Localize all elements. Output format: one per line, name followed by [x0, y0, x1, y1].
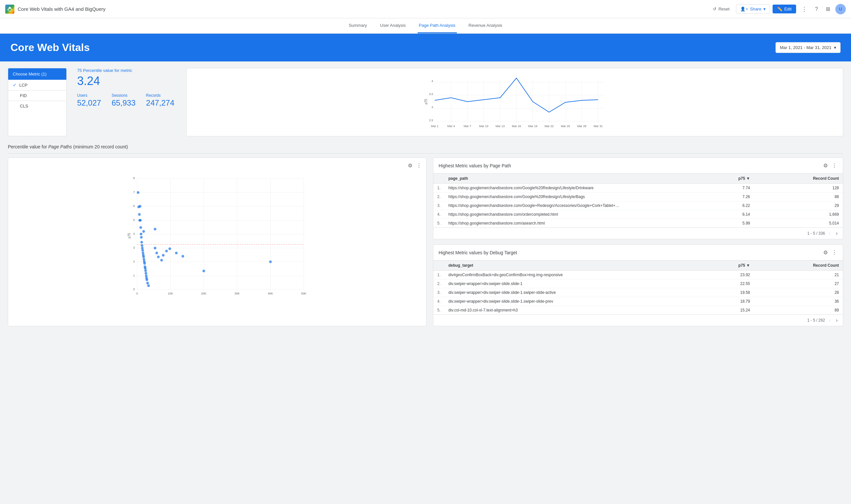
topbar-left: Core Web Vitals with GA4 and BigQuery — [5, 4, 106, 14]
table-row: 1. div#geoConfirmBoxBack>div.geoConfirmB… — [433, 271, 843, 280]
svg-text:8: 8 — [133, 177, 134, 180]
debug-target-cell: div#geoConfirmBoxBack>div.geoConfirmBox>… — [445, 271, 702, 280]
page-path-table: page_path p75 ▼ Record Count 1. https://… — [433, 174, 843, 228]
table-header-right: ⚙ ⋮ — [822, 162, 838, 169]
svg-text:Mar 10: Mar 10 — [479, 125, 488, 128]
svg-text:Mar 1: Mar 1 — [431, 125, 438, 128]
help-button[interactable]: ? — [812, 4, 820, 14]
edit-button[interactable]: ✏️ Edit — [773, 4, 796, 13]
debug-target-pagination: 1 - 5 / 292 — [807, 318, 825, 323]
svg-text:Mar 16: Mar 16 — [512, 125, 521, 128]
debug-target-table-card: Highest Metric values by Debug Target ⚙ … — [433, 245, 843, 326]
p75-cell: 23.92 — [702, 271, 754, 280]
svg-point-83 — [144, 267, 147, 270]
metric-option-lcp[interactable]: ✓ LCP — [8, 80, 66, 90]
filter-icon-button[interactable]: ⚙ — [822, 249, 829, 256]
metric-option-fid[interactable]: FID — [8, 91, 66, 101]
svg-text:Mar 28: Mar 28 — [577, 125, 586, 128]
line-chart: p75 4 3.5 3 2.5 — [191, 72, 839, 131]
svg-point-79 — [143, 258, 145, 261]
users-value: 52,027 — [77, 98, 101, 108]
svg-text:3: 3 — [133, 246, 134, 249]
svg-text:2.5: 2.5 — [429, 119, 433, 122]
svg-point-75 — [142, 249, 144, 252]
record-count-cell: 5,014 — [754, 219, 843, 228]
lower-section: ⚙ ⋮ p75 0 1 2 3 4 5 6 7 8 — [8, 158, 843, 326]
svg-point-96 — [165, 250, 168, 252]
page-path-table-footer: 1 - 5 / 336 ‹ › — [433, 228, 843, 239]
page-path-table-card: Highest Metric values by Page Path ⚙ ⋮ p… — [433, 158, 843, 239]
p75-cell: 7.74 — [702, 184, 754, 193]
reset-button[interactable]: ↺ Reset — [709, 4, 734, 13]
record-count-cell: 29 — [754, 201, 843, 210]
filter-icon-button[interactable]: ⚙ — [407, 162, 413, 169]
tab-page-path-analysis[interactable]: Page Path Analysis — [418, 18, 457, 33]
svg-point-95 — [162, 254, 165, 256]
p75-cell: 6.14 — [702, 210, 754, 219]
records-label: Records — [146, 93, 175, 98]
debug-target-table: debug_target p75 ▼ Record Count 1. div#g… — [433, 260, 843, 314]
col-page-path: page_path — [445, 174, 702, 184]
edit-icon: ✏️ — [777, 6, 782, 12]
p75-cell: 5.99 — [702, 219, 754, 228]
svg-point-99 — [182, 255, 184, 257]
tab-revenue-analysis[interactable]: Revenue Analysis — [467, 18, 504, 33]
debug-target-cell: div.swiper-wrapper>div.swiper-slide.slid… — [445, 280, 702, 288]
sessions-value: 65,933 — [111, 98, 135, 108]
table-row: 4. https://shop.googlemerchandisestore.c… — [433, 210, 843, 219]
next-page-button[interactable]: › — [835, 230, 839, 237]
next-page-button[interactable]: › — [835, 317, 839, 324]
tab-summary[interactable]: Summary — [347, 18, 368, 33]
prev-page-button[interactable]: ‹ — [828, 230, 832, 237]
svg-text:3.5: 3.5 — [429, 92, 433, 96]
col-record-count: Record Count — [754, 174, 843, 184]
record-count-cell: 1,669 — [754, 210, 843, 219]
topbar-right: ↺ Reset 👤+ Share ▾ ✏️ Edit ⋮ ? ⊞ U — [709, 4, 846, 15]
table-header-right: ⚙ ⋮ — [822, 249, 838, 256]
table-row: 3. div.swiper-wrapper>div.swiper-slide.s… — [433, 288, 843, 297]
share-button[interactable]: 👤+ Share ▾ — [736, 4, 769, 14]
svg-text:Mar 4: Mar 4 — [447, 125, 455, 128]
row-num: 5. — [433, 306, 445, 315]
choose-metric-header[interactable]: Choose Metric (1) — [8, 68, 66, 80]
record-count-cell: 36 — [754, 297, 843, 306]
page-path-table-title: Highest Metric values by Page Path — [438, 163, 511, 168]
col-num — [433, 174, 445, 184]
avatar[interactable]: U — [835, 4, 846, 14]
svg-text:p75: p75 — [127, 233, 131, 238]
debug-target-cell: div.col-md-10.col-xl-7.text-alignment>h3 — [445, 306, 702, 315]
tables-container: Highest Metric values by Page Path ⚙ ⋮ p… — [433, 158, 843, 326]
more-options-button[interactable]: ⋮ — [416, 162, 422, 169]
record-count-cell: 89 — [754, 306, 843, 315]
sessions-label: Sessions — [111, 93, 135, 98]
svg-point-100 — [203, 270, 205, 272]
apps-button[interactable]: ⊞ — [823, 4, 833, 14]
svg-point-88 — [146, 278, 148, 281]
svg-point-102 — [143, 230, 145, 233]
more-options-button[interactable]: ⋮ — [831, 249, 838, 256]
metric-option-cls[interactable]: CLS — [8, 101, 66, 111]
debug-target-cell: div.swiper-wrapper>div.swiper-slide.slid… — [445, 288, 702, 297]
svg-text:Mar 22: Mar 22 — [544, 125, 554, 128]
record-count-cell: 88 — [754, 193, 843, 201]
table-row: 4. div.swiper-wrapper>div.swiper-slide.s… — [433, 297, 843, 306]
row-num: 4. — [433, 210, 445, 219]
page-path-cell: https://shop.googlemerchandisestore.com/… — [445, 219, 702, 228]
percentile-value: 3.24 — [77, 74, 175, 88]
svg-point-63 — [137, 191, 140, 194]
debug-target-table-footer: 1 - 5 / 292 ‹ › — [433, 314, 843, 326]
more-options-button[interactable]: ⋮ — [799, 4, 810, 15]
scatter-chart: p75 0 1 2 3 4 5 6 7 8 — [12, 172, 422, 296]
more-options-button[interactable]: ⋮ — [831, 162, 838, 169]
stat-row: Users 52,027 Sessions 65,933 Records 247… — [77, 93, 175, 108]
date-picker[interactable]: Mar 1, 2021 - Mar 31, 2021 ▾ — [776, 42, 840, 53]
svg-point-91 — [154, 247, 157, 249]
prev-page-button[interactable]: ‹ — [828, 317, 832, 324]
svg-point-69 — [140, 226, 142, 229]
svg-text:Mar 25: Mar 25 — [561, 125, 570, 128]
svg-text:Mar 31: Mar 31 — [594, 125, 603, 128]
filter-icon-button[interactable]: ⚙ — [822, 162, 829, 169]
tab-user-analysis[interactable]: User Analysis — [379, 18, 407, 33]
check-icon: ✓ — [13, 83, 17, 88]
svg-point-72 — [141, 241, 143, 244]
